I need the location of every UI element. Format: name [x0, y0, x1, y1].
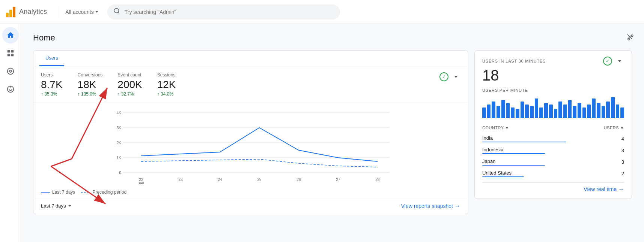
country-users-cell: 2 — [566, 168, 624, 179]
mini-bar-item — [592, 99, 596, 118]
date-range-button[interactable]: Last 7 days — [41, 203, 71, 209]
mini-bar-item — [482, 108, 486, 118]
mini-bar-item — [497, 106, 500, 118]
app-title: Analytics — [19, 8, 47, 16]
users-col-header[interactable]: USERS ▼ — [566, 124, 624, 133]
country-table: COUNTRY ▼ USERS ▼ India 4 Indonesia — [482, 124, 624, 179]
metric-event-count-label: Event count — [117, 72, 142, 78]
chevron-down-icon — [454, 76, 457, 78]
mini-bar-item — [525, 105, 529, 118]
svg-text:28: 28 — [375, 178, 380, 182]
svg-text:4K: 4K — [117, 111, 122, 115]
mini-bar-item — [501, 100, 505, 118]
preceding-period-line — [141, 159, 378, 167]
table-row: India 4 — [482, 133, 624, 145]
realtime-dropdown-btn[interactable] — [615, 57, 624, 66]
legend-dashed-line — [81, 192, 90, 193]
svg-text:Jan: Jan — [138, 182, 144, 184]
chevron-down-icon — [618, 60, 621, 62]
header: Analytics All accounts — [0, 0, 644, 24]
metrics-dropdown-btn[interactable] — [451, 72, 460, 81]
svg-text:26: 26 — [296, 178, 301, 182]
table-row: Indonesia 3 — [482, 145, 624, 156]
svg-point-29 — [631, 35, 633, 37]
country-users-cell: 4 — [566, 133, 624, 145]
country-name-cell: India — [482, 133, 566, 145]
right-card-footer: View real time → — [482, 182, 624, 193]
svg-text:1K: 1K — [117, 156, 122, 160]
mini-bar-item — [602, 106, 605, 118]
realtime-check-icon: ✓ — [603, 57, 612, 66]
svg-point-30 — [628, 38, 630, 40]
svg-text:27: 27 — [336, 178, 340, 182]
mini-bar-item — [558, 102, 562, 118]
country-users-cell: 3 — [566, 156, 624, 168]
arrow-right-icon: → — [454, 203, 460, 209]
svg-point-0 — [114, 8, 119, 13]
sidebar-item-advertising[interactable] — [2, 81, 19, 97]
mini-bar-item — [506, 103, 510, 118]
legend-preceding-period-label: Preceding period — [92, 190, 126, 195]
logo: Analytics — [6, 7, 47, 17]
metric-users-value: 8.7K — [41, 79, 63, 91]
mini-bar-item — [539, 108, 543, 118]
metric-users-label: Users — [41, 72, 63, 78]
last-7-days-line — [141, 128, 378, 161]
search-icon — [113, 7, 120, 16]
mini-bar-item — [587, 105, 591, 118]
metrics-row: Users 8.7K 35.3% Conversions 18K 135.0% … — [33, 66, 468, 103]
customize-button[interactable] — [623, 30, 638, 45]
svg-text:2K: 2K — [117, 141, 122, 145]
mini-bar-item — [544, 103, 548, 118]
svg-line-1 — [118, 12, 119, 13]
analytics-logo-icon — [6, 7, 15, 17]
svg-rect-4 — [7, 54, 9, 56]
metric-users-change: 35.3% — [41, 91, 63, 97]
all-accounts-dropdown[interactable]: All accounts — [65, 9, 98, 15]
realtime-title: USERS IN LAST 30 MINUTES — [482, 59, 546, 63]
mini-bar-item — [535, 99, 539, 118]
sidebar-item-explore[interactable] — [2, 63, 19, 79]
mini-bar-item — [606, 102, 610, 118]
mini-bar-item — [582, 108, 586, 118]
mini-bar-item — [549, 105, 553, 118]
metric-event-count-change: 32.7% — [117, 91, 142, 97]
right-card-header: USERS IN LAST 30 MINUTES ✓ — [482, 57, 624, 66]
cards-row: Users Users 8.7K 35.3% Conversions 18K 1… — [33, 50, 632, 214]
logo-bar-1 — [6, 13, 9, 17]
compare-check-icon: ✓ — [439, 72, 448, 81]
metric-sessions-value: 12K — [157, 79, 176, 91]
realtime-card: USERS IN LAST 30 MINUTES ✓ 18 USERS PER … — [474, 50, 632, 199]
search-bar[interactable] — [107, 4, 340, 19]
view-real-time-link[interactable]: View real time → — [584, 186, 624, 193]
legend-last-7-days: Last 7 days — [41, 190, 75, 195]
tab-users[interactable]: Users — [39, 51, 64, 66]
search-input[interactable] — [125, 9, 334, 15]
header-divider — [59, 6, 59, 18]
country-name-cell: Japan — [482, 156, 566, 168]
mini-bar-item — [578, 103, 581, 118]
main-content: Home Users Users 8.7K 35.3% Conversions … — [21, 24, 644, 242]
chart-area: 4K 3K 2K 1K 0 22 Jan 23 24 25 26 27 28 — [33, 103, 468, 188]
mini-bar-chart — [482, 96, 624, 118]
sidebar — [0, 24, 21, 242]
card-tabs: Users — [33, 51, 468, 66]
mini-bar-item — [611, 97, 615, 118]
main-card-footer: Last 7 days View reports snapshot → — [33, 198, 468, 214]
legend-preceding-period: Preceding period — [81, 190, 126, 195]
legend-solid-line — [41, 192, 50, 193]
svg-text:23: 23 — [178, 178, 183, 182]
logo-bar-2 — [9, 10, 12, 17]
svg-text:3K: 3K — [117, 126, 122, 130]
view-reports-snapshot-link[interactable]: View reports snapshot → — [401, 203, 460, 209]
country-col-header[interactable]: COUNTRY ▼ — [482, 124, 566, 133]
sidebar-item-home[interactable] — [2, 27, 19, 43]
metric-event-count: Event count 200K 32.7% — [117, 72, 142, 97]
metric-conversions-change: 135.0% — [78, 91, 103, 97]
sidebar-item-reports[interactable] — [2, 45, 19, 61]
mini-bar-item — [492, 102, 495, 118]
mini-bar-item — [563, 105, 567, 118]
metric-sessions-label: Sessions — [157, 72, 176, 78]
date-range-label: Last 7 days — [41, 203, 66, 209]
metric-sessions: Sessions 12K 34.0% — [157, 72, 176, 97]
